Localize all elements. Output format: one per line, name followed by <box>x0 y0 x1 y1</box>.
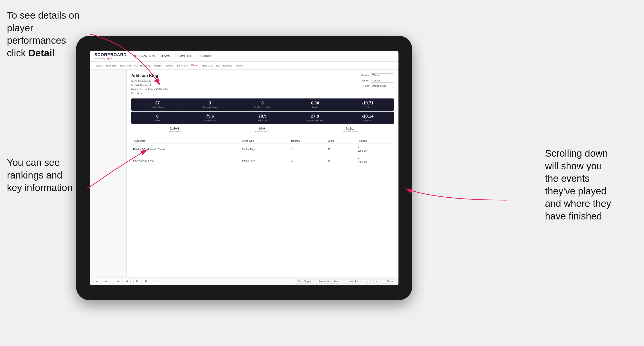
tournament-name-1: Estella CC- Mountain Classic <box>131 144 240 155</box>
table-header-row: Tournament Event Type Rounds Score Posit… <box>131 138 394 144</box>
player-college: Mesa Community College <box>131 79 169 83</box>
r-line6: have finished <box>545 211 602 221</box>
sub-nav: Teams Summary H2H Grid H2H Heatmap Matri… <box>90 62 398 70</box>
r-line4: they've played <box>545 186 606 196</box>
player-detail: Addison King Mesa Community College NJCA… <box>127 70 398 277</box>
left-sidebar <box>90 70 127 277</box>
stats-grid-row2: 0 Wins 79.6 Avg Score 78.5 Adj Score 27.… <box>131 112 394 124</box>
tab-h2h-heatmap2[interactable]: H2H Heatmap <box>216 63 232 68</box>
toolbar-fit[interactable]: ⊟ <box>133 279 140 284</box>
division-label: Division <box>358 79 369 82</box>
stat-label-regional: Regional Rank <box>186 106 234 108</box>
tab-summary[interactable]: Summary <box>106 63 116 68</box>
stat-label-avg-par: Avg Score to Par <box>291 119 339 122</box>
stat-value-avg-score: 79.6 <box>186 114 234 119</box>
nav-links: TOURNAMENTS TEAMS COMMITTEE RANKINGS <box>134 54 212 58</box>
player-select[interactable]: Addison King <box>371 84 394 88</box>
bl-line3: key information <box>7 182 72 193</box>
stat-avg-score-par: 27.8 Avg Score to Par <box>289 112 341 124</box>
player-division: NJCAA Division 1 <box>131 83 169 87</box>
record-top25: 1-5-0 Record vs top 25 <box>254 127 270 133</box>
stat-avg-score: 79.6 Avg Score <box>184 112 236 124</box>
stat-label-sos: SoS <box>343 106 392 108</box>
stat-label-points: Points <box>291 106 339 108</box>
col-tournament: Tournament <box>131 138 240 144</box>
bl-line1: You can see <box>7 157 60 168</box>
nav-bar: SCOREBOARD Powered by clippd TOURNAMENTS… <box>90 51 398 62</box>
tab-matrix[interactable]: Matrix <box>154 63 161 68</box>
stat-conference-rank: 3 Conference Rank <box>236 98 289 111</box>
logo-powered: Powered by clippd <box>94 57 127 60</box>
gender-label: Gender <box>358 74 369 77</box>
toolbar-zoom-out[interactable]: ⊖ <box>124 279 130 284</box>
stats-grid-row1: 37 National Rank 3 Regional Rank 3 Confe… <box>131 98 394 111</box>
record-overall-value: 91-20-1 <box>168 127 181 130</box>
toolbar-save-custom-view[interactable]: Save Custom View <box>316 279 340 284</box>
toolbar-screen[interactable]: □ ▾ <box>363 279 370 284</box>
stat-label-adj-score: Adj Score <box>238 119 287 122</box>
rounds-2: 2 <box>289 155 326 166</box>
annotation-detail-bold: Detail <box>28 48 54 58</box>
toolbar-view-original[interactable]: View: Original <box>295 279 314 284</box>
tab-h2h-heatmap[interactable]: H2H Heatmap <box>134 63 150 68</box>
record-top50: 5-11-1 Record vs top 50 <box>342 127 358 133</box>
stat-adj-score: 78.5 Adj Score <box>236 112 289 124</box>
tab-detail[interactable]: Detail <box>192 63 198 68</box>
toolbar-zoom-in[interactable]: ⊕ <box>115 279 122 284</box>
tablet-device: SCOREBOARD Powered by clippd TOURNAMENTS… <box>76 36 412 300</box>
nav-teams[interactable]: TEAMS <box>160 54 170 58</box>
position-2: 7 out of 20 <box>356 155 394 166</box>
stat-value-sos: -19.71 <box>343 101 392 106</box>
r-line5: and where they <box>545 198 611 209</box>
stat-regional-rank: 3 Regional Rank <box>184 98 236 111</box>
tab-players[interactable]: Players <box>165 63 173 68</box>
record-top50-label: Record vs top 50 <box>342 130 358 133</box>
tab-teams[interactable]: Teams <box>94 63 102 68</box>
toolbar-sep1 <box>112 280 112 283</box>
score-2: 16 <box>326 155 356 166</box>
nav-rankings[interactable]: RANKINGS <box>198 54 212 58</box>
tab-matrix2[interactable]: Matrix <box>236 63 243 68</box>
record-top50-value: 5-11-1 <box>342 127 358 130</box>
player-info: Addison King Mesa Community College NJCA… <box>131 73 169 95</box>
toolbar-redo[interactable]: ↪ <box>103 279 109 284</box>
nav-tournaments[interactable]: TOURNAMENTS <box>134 54 155 58</box>
toolbar-expand[interactable]: ⊞ <box>142 279 149 284</box>
toolbar-sep3 <box>342 280 343 283</box>
nav-committee[interactable]: COMMITTEE <box>176 54 192 58</box>
stat-wins: 0 Wins <box>131 112 184 124</box>
toolbar-share[interactable]: ⤨ Share <box>382 279 395 284</box>
table-row: Estella CC- Mountain Classic Stroke Play… <box>131 144 394 155</box>
toolbar-watch[interactable]: ⊙ Watch ▾ <box>346 279 360 284</box>
stat-avg-sg: -10.14 Avg SG <box>341 112 394 124</box>
division-filter-row: Division NJCAA I <box>358 79 394 83</box>
stat-label-national: National Rank <box>133 106 182 108</box>
col-event-type: Event Type <box>240 138 289 144</box>
gender-select[interactable]: Women <box>371 73 394 77</box>
stat-national-rank: 37 National Rank <box>131 98 184 111</box>
record-top25-value: 1-5-0 <box>254 127 270 130</box>
player-label: Player <box>358 85 369 87</box>
record-top25-label: Record vs top 25 <box>254 130 270 133</box>
stat-value-adj-score: 78.5 <box>238 114 287 119</box>
player-filters: Gender Women Division NJCAA I <box>358 73 394 95</box>
main-content: Addison King Mesa Community College NJCA… <box>90 70 398 277</box>
score-1: 17 <box>326 144 356 155</box>
r-line3: the events <box>545 173 590 184</box>
division-select[interactable]: NJCAA I <box>371 79 394 83</box>
stat-value-conference: 3 <box>238 101 287 106</box>
rounds-1: 2 <box>289 144 326 155</box>
player-region: Region 1 - Southwest (18) District <box>131 87 169 91</box>
toolbar-timer[interactable]: ⊘ <box>155 279 161 284</box>
gender-filter-row: Gender Women <box>358 73 394 77</box>
stat-value-points: 6.04 <box>291 101 339 106</box>
tab-h2h-grid[interactable]: H2H Grid <box>120 63 130 68</box>
toolbar-undo[interactable]: ↩ <box>94 279 100 284</box>
annotation-line3-prefix: click <box>7 48 28 58</box>
toolbar-fullscreen[interactable]: ⤢ <box>373 279 379 284</box>
player-filter-row: Player Addison King <box>358 84 394 88</box>
tablet-screen: SCOREBOARD Powered by clippd TOURNAMENTS… <box>90 51 398 285</box>
tab-h2h-grid2[interactable]: H2H Grid <box>202 63 212 68</box>
tab-summary2[interactable]: Summary <box>177 63 188 68</box>
col-rounds: Rounds <box>289 138 326 144</box>
